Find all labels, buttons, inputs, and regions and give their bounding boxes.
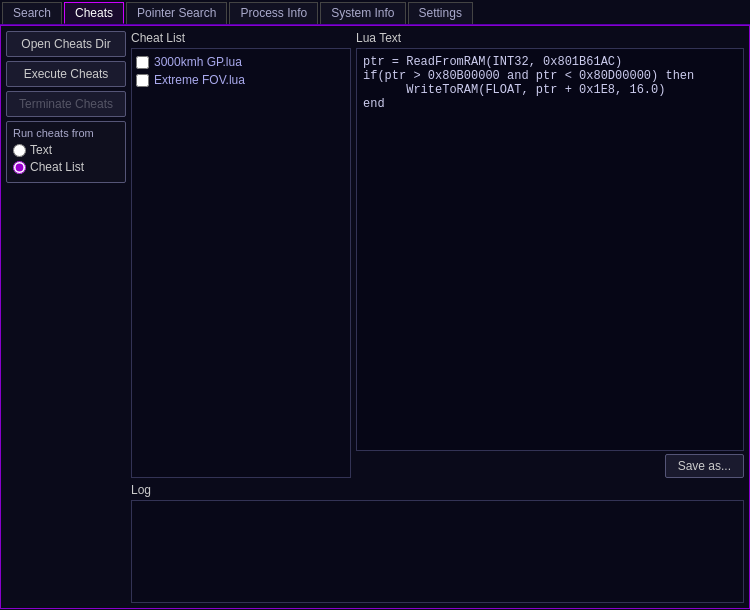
radio-cheatlist-item[interactable]: Cheat List: [13, 160, 119, 174]
top-area: Cheat List 3000kmh GP.lua Extreme FOV.lu…: [131, 31, 744, 478]
radio-cheatlist-label: Cheat List: [30, 160, 84, 174]
cheat-list-box[interactable]: 3000kmh GP.lua Extreme FOV.lua: [131, 48, 351, 478]
tab-cheats[interactable]: Cheats: [64, 2, 124, 24]
save-as-row: Save as...: [356, 454, 744, 478]
save-as-button[interactable]: Save as...: [665, 454, 744, 478]
lua-text-label: Lua Text: [356, 31, 744, 45]
cheat-checkbox-1[interactable]: [136, 56, 149, 69]
radio-text-label: Text: [30, 143, 52, 157]
log-panel: Log: [131, 483, 744, 603]
cheat-label-2: Extreme FOV.lua: [154, 73, 245, 87]
cheat-item-2[interactable]: Extreme FOV.lua: [136, 71, 346, 89]
tab-process-info[interactable]: Process Info: [229, 2, 318, 24]
tab-bar: SearchCheatsPointer SearchProcess InfoSy…: [0, 0, 750, 25]
tab-settings[interactable]: Settings: [408, 2, 473, 24]
cheat-label-1: 3000kmh GP.lua: [154, 55, 242, 69]
cheat-checkbox-2[interactable]: [136, 74, 149, 87]
tab-system-info[interactable]: System Info: [320, 2, 405, 24]
right-area: Cheat List 3000kmh GP.lua Extreme FOV.lu…: [131, 31, 744, 603]
lua-text-panel: Lua Text ptr = ReadFromRAM(INT32, 0x801B…: [356, 31, 744, 478]
tab-pointer-search[interactable]: Pointer Search: [126, 2, 227, 24]
log-label: Log: [131, 483, 744, 497]
cheat-item-1[interactable]: 3000kmh GP.lua: [136, 53, 346, 71]
cheat-list-label: Cheat List: [131, 31, 351, 45]
main-content: Open Cheats Dir Execute Cheats Terminate…: [0, 25, 750, 609]
run-cheats-group: Run cheats from Text Cheat List: [6, 121, 126, 183]
radio-text-item[interactable]: Text: [13, 143, 119, 157]
tab-search[interactable]: Search: [2, 2, 62, 24]
lua-text-box[interactable]: ptr = ReadFromRAM(INT32, 0x801B61AC) if(…: [356, 48, 744, 451]
log-box[interactable]: [131, 500, 744, 603]
radio-cheatlist-input[interactable]: [13, 161, 26, 174]
open-cheats-dir-button[interactable]: Open Cheats Dir: [6, 31, 126, 57]
left-panel: Open Cheats Dir Execute Cheats Terminate…: [6, 31, 126, 603]
cheat-list-panel: Cheat List 3000kmh GP.lua Extreme FOV.lu…: [131, 31, 351, 478]
run-cheats-label: Run cheats from: [13, 127, 119, 139]
radio-text-input[interactable]: [13, 144, 26, 157]
execute-cheats-button[interactable]: Execute Cheats: [6, 61, 126, 87]
terminate-cheats-button[interactable]: Terminate Cheats: [6, 91, 126, 117]
